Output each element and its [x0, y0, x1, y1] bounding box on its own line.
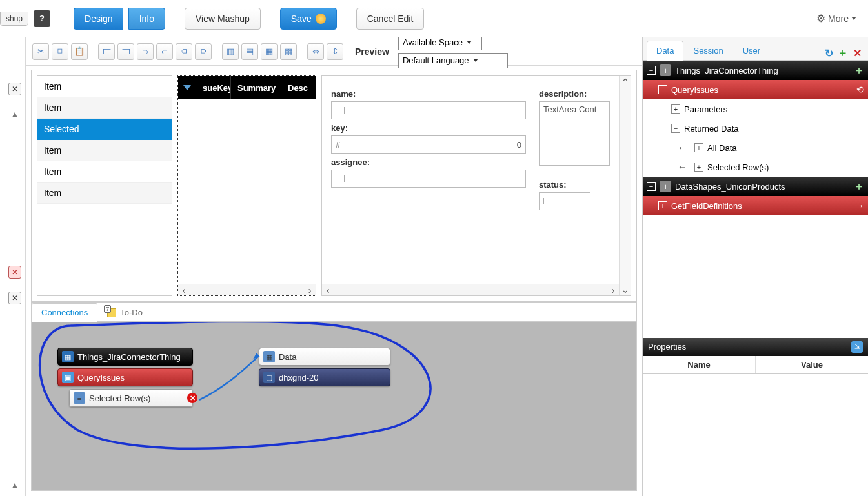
form-hscroll[interactable]: ‹ › — [322, 284, 619, 295]
target-property-block[interactable]: ▦ Data — [259, 348, 390, 366]
chevron-left-icon[interactable]: ‹ — [323, 286, 332, 295]
scroll-down-icon[interactable]: ▲ — [11, 481, 19, 490]
align-left-icon[interactable]: ⫍ — [98, 43, 115, 60]
target-widget-block[interactable]: ▢ dhxgrid-20 — [259, 368, 390, 386]
cut-icon[interactable]: ✂ — [32, 43, 49, 60]
chevron-right-icon[interactable]: › — [305, 286, 314, 295]
design-button[interactable]: Design — [74, 8, 123, 30]
mashup-canvas[interactable]: Item Item Selected Item Item Item sueKey… — [31, 70, 637, 302]
list-item[interactable]: Item — [37, 183, 172, 204]
sort-indicator-icon[interactable] — [178, 85, 196, 90]
list-widget[interactable]: Item Item Selected Item Item Item — [37, 75, 172, 296]
grid-widget[interactable]: sueKey Summary Desc ‹ › — [177, 75, 316, 296]
description-textarea[interactable]: TextArea Cont — [539, 101, 610, 166]
preview-space-select[interactable]: Available Space — [398, 37, 482, 50]
info-icon[interactable]: i — [660, 181, 671, 192]
info-icon[interactable]: i — [660, 64, 671, 76]
add-green-icon[interactable]: ＋ — [854, 180, 864, 193]
tree-datashape[interactable]: i DataShapes_UniconProducts ＋ — [643, 177, 868, 196]
align-top-icon[interactable]: ⫏ — [156, 43, 173, 60]
align-center-v-icon[interactable]: ⫑ — [176, 43, 192, 60]
source-output-block[interactable]: ≡ Selected Row(s) ✕ — [69, 389, 193, 407]
tree-selected-rows[interactable]: ← Selected Row(s) — [643, 157, 868, 177]
form-widget[interactable]: name: key: # 0 assignee: description: Te… — [321, 75, 631, 296]
add-icon[interactable]: ＋ — [836, 46, 850, 60]
tree-thing[interactable]: i Things_JiraConnectorThing ＋ — [643, 61, 868, 80]
list-item-selected[interactable]: Selected — [37, 119, 172, 140]
list-item[interactable]: Item — [37, 161, 172, 183]
key-input[interactable]: # 0 — [331, 135, 526, 154]
grid-icon[interactable]: ▩ — [280, 43, 297, 60]
mashup-tab[interactable]: shup — [0, 12, 28, 26]
copy-icon[interactable]: ⧉ — [52, 43, 68, 60]
tab-connections[interactable]: Connections — [32, 303, 97, 322]
chevron-up-icon[interactable]: ⌃ — [621, 77, 630, 86]
close-panel-button-3[interactable]: ✕ — [8, 292, 21, 304]
align-right-icon[interactable]: ⫐ — [137, 43, 154, 60]
chevron-right-icon[interactable]: › — [609, 286, 618, 295]
delete-binding-icon[interactable]: ✕ — [187, 393, 197, 403]
distribute-h-icon[interactable]: ▥ — [222, 43, 239, 60]
expand-icon[interactable] — [671, 104, 680, 114]
fit-parent-icon[interactable]: ▦ — [261, 43, 278, 60]
equal-width-icon[interactable]: ⇔ — [307, 43, 324, 60]
add-green-icon[interactable]: ＋ — [854, 64, 864, 77]
collapse-icon[interactable] — [647, 66, 656, 75]
chevron-left-icon[interactable]: ‹ — [179, 286, 188, 295]
tab-user[interactable]: User — [733, 41, 770, 60]
list-item[interactable]: Item — [37, 76, 172, 97]
properties-body[interactable] — [643, 374, 868, 497]
tab-data[interactable]: Data — [647, 41, 683, 61]
list-item[interactable]: Item — [37, 97, 172, 119]
arrow-right-icon[interactable]: → — [855, 201, 864, 211]
tree-parameters[interactable]: Parameters — [643, 99, 868, 119]
expand-icon[interactable] — [694, 143, 703, 152]
source-service-block[interactable]: ▣ QueryIssues — [57, 368, 193, 386]
tree-service[interactable]: QueryIssues ⟲ — [643, 80, 868, 99]
share-icon[interactable]: ⇲ — [851, 341, 863, 353]
tree-returned-data[interactable]: Returned Data — [643, 119, 868, 138]
expand-icon[interactable] — [694, 163, 703, 172]
paste-icon[interactable]: 📋 — [71, 43, 88, 60]
properties-col-value[interactable]: Value — [756, 356, 868, 373]
collapse-icon[interactable] — [647, 182, 656, 191]
chevron-down-icon[interactable]: ⌄ — [621, 285, 630, 294]
grid-body[interactable] — [178, 99, 316, 284]
preview-language-select[interactable]: Default Language — [398, 53, 508, 68]
grid-col[interactable]: Summary — [231, 76, 281, 99]
grid-col[interactable]: Desc — [281, 76, 316, 99]
arrow-loop-icon[interactable]: ⟲ — [856, 84, 864, 95]
expand-icon[interactable] — [658, 201, 667, 210]
align-bottom-icon[interactable]: ⫒ — [195, 43, 212, 60]
save-button[interactable]: Save — [280, 8, 337, 30]
scroll-up-icon[interactable]: ▲ — [11, 110, 19, 119]
help-button[interactable]: ? — [34, 10, 50, 27]
form-vscroll[interactable]: ⌃ ⌄ — [619, 76, 631, 295]
data-tree[interactable]: i Things_JiraConnectorThing ＋ QueryIssue… — [643, 61, 868, 215]
tab-todo[interactable]: 7 To-Do — [97, 303, 152, 321]
collapse-icon[interactable] — [671, 124, 680, 133]
tree-all-data[interactable]: ← All Data — [643, 138, 868, 157]
list-item[interactable]: Item — [37, 140, 172, 161]
close-panel-button-1[interactable]: ✕ — [8, 83, 21, 95]
collapse-icon[interactable] — [658, 85, 667, 94]
delete-icon[interactable]: ✕ — [850, 46, 864, 60]
name-input[interactable] — [331, 101, 526, 119]
close-panel-button-2[interactable]: ✕ — [8, 266, 21, 279]
tab-session[interactable]: Session — [683, 41, 732, 60]
grid-hscroll[interactable]: ‹ › — [178, 284, 316, 295]
grid-col[interactable]: sueKey — [196, 76, 231, 99]
equal-height-icon[interactable]: ⇕ — [327, 43, 343, 60]
tree-service-2[interactable]: GetFieldDefinitions → — [643, 196, 868, 215]
more-menu[interactable]: More — [816, 12, 864, 25]
align-center-h-icon[interactable]: ⫎ — [117, 43, 134, 60]
properties-col-name[interactable]: Name — [643, 356, 756, 373]
connections-canvas[interactable]: ▦ Things_JiraConnectorThing ▣ QueryIssue… — [32, 322, 636, 490]
distribute-v-icon[interactable]: ▤ — [241, 43, 258, 60]
assignee-input[interactable] — [331, 170, 526, 188]
source-thing-block[interactable]: ▦ Things_JiraConnectorThing — [57, 348, 193, 366]
refresh-icon[interactable]: ↻ — [822, 46, 836, 60]
info-button[interactable]: Info — [128, 8, 165, 30]
view-mashup-button[interactable]: View Mashup — [185, 8, 261, 30]
cancel-edit-button[interactable]: Cancel Edit — [356, 8, 425, 30]
